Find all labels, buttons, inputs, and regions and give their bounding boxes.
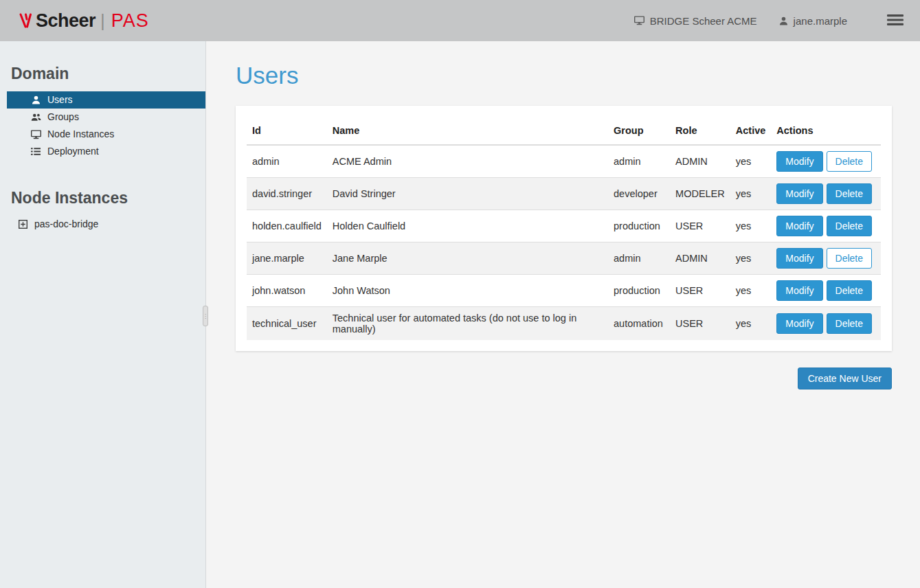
delete-button[interactable]: Delete — [827, 248, 872, 269]
cell-role: USER — [670, 210, 730, 242]
modify-button[interactable]: Modify — [776, 280, 822, 301]
table-body: adminACME AdminadminADMINyesModifyDelete… — [247, 145, 881, 340]
header-row: IdNameGroupRoleActiveActions — [247, 117, 881, 145]
cell-role: MODELER — [670, 178, 730, 210]
sidebar-item-node-instances[interactable]: Node Instances — [7, 126, 205, 143]
modify-button[interactable]: Modify — [776, 216, 822, 236]
cell-group: automation — [608, 307, 670, 341]
list-icon — [30, 147, 41, 156]
cell-actions: ModifyDelete — [771, 307, 881, 341]
app-layout: Domain UsersGroupsNode InstancesDeployme… — [0, 41, 920, 588]
cell-id: technical_user — [247, 307, 327, 341]
sidebar-resize-handle[interactable]: ⋮ — [203, 306, 208, 326]
table-row: holden.caulfieldHolden Caulfieldproducti… — [247, 210, 881, 242]
cell-active: yes — [730, 145, 772, 178]
sidebar-item-label: Groups — [47, 111, 79, 123]
cell-actions: ModifyDelete — [771, 242, 881, 275]
brand-name: Scheer — [36, 10, 96, 32]
delete-button[interactable]: Delete — [827, 313, 872, 334]
column-header-group: Group — [608, 117, 670, 145]
top-header: Scheer | PAS BRIDGE Scheer ACME jane.mar… — [0, 0, 920, 41]
sidebar-item-groups[interactable]: Groups — [7, 109, 205, 126]
table-row: adminACME AdminadminADMINyesModifyDelete — [247, 145, 881, 178]
logo-divider: | — [100, 10, 105, 32]
sidebar-item-label: Users — [47, 94, 73, 106]
domain-menu: UsersGroupsNode InstancesDeployment — [7, 91, 205, 160]
sidebar-item-deployment[interactable]: Deployment — [7, 143, 205, 160]
product-name: PAS — [111, 10, 149, 32]
cell-name: ACME Admin — [327, 145, 608, 178]
current-user-label: jane.marple — [794, 15, 847, 27]
page-title: Users — [236, 62, 892, 89]
node-instances-menu: pas-doc-bridge — [7, 216, 205, 233]
delete-button[interactable]: Delete — [827, 280, 872, 301]
desktop-icon — [30, 130, 41, 139]
user-icon — [30, 95, 41, 104]
cell-id: jane.marple — [247, 242, 327, 275]
create-new-user-button[interactable]: Create New User — [798, 368, 892, 389]
cell-role: ADMIN — [670, 242, 730, 275]
bridge-indicator[interactable]: BRIDGE Scheer ACME — [634, 15, 757, 27]
modify-button[interactable]: Modify — [776, 151, 822, 172]
header-right: BRIDGE Scheer ACME jane.marple — [634, 14, 909, 28]
cell-name: Holden Caulfield — [327, 210, 608, 242]
users-table-card: IdNameGroupRoleActiveActions adminACME A… — [236, 106, 892, 351]
cell-active: yes — [730, 210, 772, 242]
cell-group: admin — [608, 145, 670, 178]
sidebar: Domain UsersGroupsNode InstancesDeployme… — [0, 41, 206, 588]
modify-button[interactable]: Modify — [776, 183, 822, 204]
brand-logo: Scheer | PAS — [19, 10, 149, 32]
cell-name: Jane Marple — [327, 242, 608, 275]
table-row: technical_userTechnical user for automat… — [247, 307, 881, 341]
users-icon — [30, 113, 41, 122]
cell-name: Technical user for automated tasks (do n… — [327, 307, 608, 341]
cell-actions: ModifyDelete — [771, 145, 881, 178]
modify-button[interactable]: Modify — [776, 313, 822, 334]
main-content: Users IdNameGroupRoleActiveActions admin… — [206, 41, 920, 588]
cell-id: david.stringer — [247, 178, 327, 210]
modify-button[interactable]: Modify — [776, 248, 822, 269]
delete-button[interactable]: Delete — [827, 151, 872, 172]
table-header: IdNameGroupRoleActiveActions — [247, 117, 881, 145]
scheer-mark-icon — [19, 12, 32, 29]
table-row: jane.marpleJane MarpleadminADMINyesModif… — [247, 242, 881, 275]
sidebar-item-label: Node Instances — [47, 128, 114, 140]
cell-group: production — [608, 210, 670, 242]
cell-role: ADMIN — [670, 145, 730, 178]
table-actions-bar: Create New User — [236, 368, 892, 389]
sidebar-item-label: pas-doc-bridge — [34, 218, 98, 230]
cell-active: yes — [730, 307, 772, 341]
sidebar-item-users[interactable]: Users — [7, 91, 205, 109]
desktop-icon — [634, 16, 644, 25]
cell-id: john.watson — [247, 275, 327, 307]
table-row: david.stringerDavid StringerdeveloperMOD… — [247, 178, 881, 210]
cell-id: admin — [247, 145, 327, 178]
current-user[interactable]: jane.marple — [779, 15, 847, 27]
cell-actions: ModifyDelete — [771, 210, 881, 242]
cell-active: yes — [730, 242, 772, 275]
cell-active: yes — [730, 275, 772, 307]
menu-button[interactable] — [887, 14, 904, 28]
table-row: john.watsonJohn WatsonproductionUSERyesM… — [247, 275, 881, 307]
cell-group: production — [608, 275, 670, 307]
cell-role: USER — [670, 275, 730, 307]
plus-square-icon — [17, 220, 28, 229]
cell-group: admin — [608, 242, 670, 275]
bridge-label: BRIDGE Scheer ACME — [650, 15, 757, 27]
user-icon — [779, 16, 788, 25]
delete-button[interactable]: Delete — [827, 216, 872, 236]
cell-group: developer — [608, 178, 670, 210]
column-header-id: Id — [247, 117, 327, 145]
users-table: IdNameGroupRoleActiveActions adminACME A… — [247, 117, 881, 340]
bars-icon — [887, 14, 904, 28]
column-header-role: Role — [670, 117, 730, 145]
column-header-name: Name — [327, 117, 608, 145]
domain-heading: Domain — [11, 41, 194, 83]
sidebar-item-pas-doc-bridge[interactable]: pas-doc-bridge — [7, 216, 205, 233]
delete-button[interactable]: Delete — [827, 183, 872, 204]
cell-name: David Stringer — [327, 178, 608, 210]
cell-role: USER — [670, 307, 730, 341]
cell-active: yes — [730, 178, 772, 210]
cell-actions: ModifyDelete — [771, 178, 881, 210]
column-header-active: Active — [730, 117, 772, 145]
